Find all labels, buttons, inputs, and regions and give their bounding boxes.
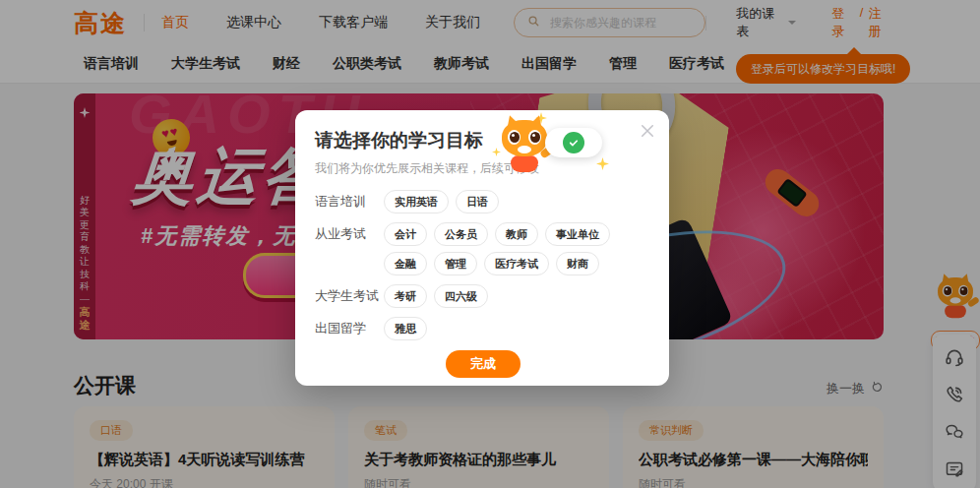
goal-chip-财商[interactable]: 财商 xyxy=(556,252,599,275)
goal-chip-事业单位[interactable]: 事业单位 xyxy=(545,222,610,246)
goal-group: 语言培训实用英语日语 xyxy=(315,190,651,214)
done-button[interactable]: 完成 xyxy=(446,350,521,378)
close-icon[interactable] xyxy=(639,122,656,140)
goal-group-label: 语言培训 xyxy=(315,190,384,214)
goal-chips: 实用英语日语 xyxy=(384,190,651,214)
goal-chip-会计[interactable]: 会计 xyxy=(384,222,427,246)
learning-goal-modal: 请选择你的学习目标 我们将为你优先展示相关课程，后续可修改 语言培训实用英语日语… xyxy=(295,110,669,386)
goal-chip-考研[interactable]: 考研 xyxy=(384,284,427,308)
goal-chip-管理[interactable]: 管理 xyxy=(434,252,477,275)
check-bubble xyxy=(545,128,602,157)
goal-chips: 会计公务员教师事业单位金融管理医疗考试财商 xyxy=(384,222,651,275)
goal-chips: 雅思 xyxy=(384,317,651,340)
goal-chip-金融[interactable]: 金融 xyxy=(384,252,427,275)
goal-group-label: 出国留学 xyxy=(315,317,384,340)
goal-groups: 语言培训实用英语日语从业考试会计公务员教师事业单位金融管理医疗考试财商大学生考试… xyxy=(315,190,651,340)
goal-chip-实用英语[interactable]: 实用英语 xyxy=(384,190,449,214)
goal-chip-四六级[interactable]: 四六级 xyxy=(434,284,488,308)
cat-mascot-icon xyxy=(502,120,547,175)
goal-chip-医疗考试[interactable]: 医疗考试 xyxy=(484,252,549,275)
goal-chip-雅思[interactable]: 雅思 xyxy=(384,317,427,340)
page: 高途 首页选课中心下载客户端关于我们 我的课表 登录 / 注册 语言培训大学生考… xyxy=(0,0,980,488)
goal-chip-公务员[interactable]: 公务员 xyxy=(434,222,488,246)
goal-group: 从业考试会计公务员教师事业单位金融管理医疗考试财商 xyxy=(315,222,651,275)
goal-group: 大学生考试考研四六级 xyxy=(315,284,651,308)
modal-mascot xyxy=(502,114,610,183)
check-icon xyxy=(563,132,584,153)
goal-group-label: 大学生考试 xyxy=(315,284,384,308)
goal-chip-日语[interactable]: 日语 xyxy=(456,190,499,214)
goal-group: 出国留学雅思 xyxy=(315,317,651,340)
goal-group-label: 从业考试 xyxy=(315,222,384,246)
goal-chips: 考研四六级 xyxy=(384,284,651,308)
sparkle-icon xyxy=(596,157,609,170)
goal-chip-教师[interactable]: 教师 xyxy=(495,222,538,246)
